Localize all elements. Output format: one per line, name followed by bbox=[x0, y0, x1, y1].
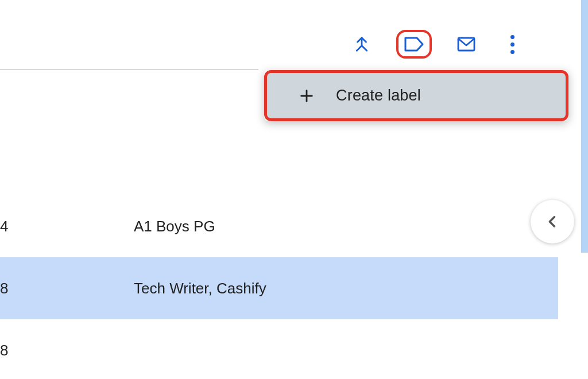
label-icon-highlight bbox=[396, 30, 432, 59]
create-label-text: Create label bbox=[336, 87, 421, 105]
row-number: 4 bbox=[0, 218, 14, 235]
label-dropdown: Create label bbox=[264, 70, 568, 121]
row-text: Tech Writer, Cashify bbox=[14, 280, 266, 297]
scrollbar-track[interactable] bbox=[581, 0, 588, 253]
list-item[interactable]: 8 Tech Writer, Cashify bbox=[0, 257, 558, 319]
label-icon[interactable] bbox=[404, 37, 424, 52]
merge-icon[interactable] bbox=[350, 33, 373, 56]
contact-list: 4 A1 Boys PG 8 Tech Writer, Cashify 8 bbox=[0, 195, 558, 379]
list-item[interactable]: 4 A1 Boys PG bbox=[0, 195, 558, 257]
list-item[interactable]: 8 bbox=[0, 319, 558, 379]
plus-icon bbox=[298, 87, 315, 105]
chevron-left-icon bbox=[544, 214, 560, 230]
row-number: 8 bbox=[0, 280, 14, 297]
toolbar-divider bbox=[0, 69, 258, 69]
create-label-option[interactable]: Create label bbox=[264, 70, 568, 121]
action-toolbar bbox=[350, 30, 524, 59]
row-number: 8 bbox=[0, 342, 14, 359]
row-text: A1 Boys PG bbox=[14, 218, 215, 235]
more-vertical-icon[interactable] bbox=[501, 33, 524, 56]
collapse-side-panel-button[interactable] bbox=[531, 200, 574, 243]
mail-icon[interactable] bbox=[455, 33, 478, 56]
